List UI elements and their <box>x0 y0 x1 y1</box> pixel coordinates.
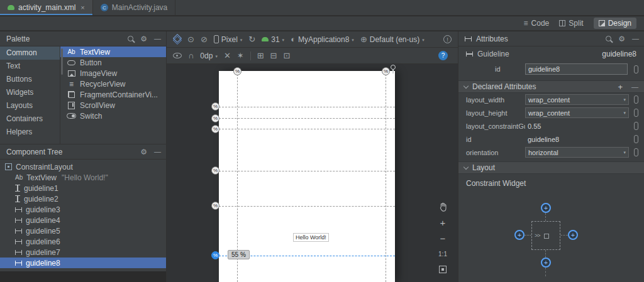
guideline-percent-anchor[interactable]: % <box>211 202 219 210</box>
autoconnect-magnet-icon[interactable]: ∩ <box>188 52 194 60</box>
palette-category-buttons[interactable]: Buttons <box>0 73 60 86</box>
design-mode-button[interactable]: Design <box>594 18 636 29</box>
clear-constraints-icon[interactable]: ✕ <box>224 52 231 60</box>
design-surface-icon[interactable]: ⊙ <box>187 35 194 43</box>
palette-category-helpers[interactable]: Helpers <box>0 126 60 139</box>
align-icon[interactable]: ⊟ <box>270 52 277 60</box>
palette-category-common[interactable]: Common <box>0 46 60 60</box>
scrollbar[interactable] <box>61 48 63 75</box>
palette-category-widgets[interactable]: Widgets <box>0 86 60 99</box>
constraint-anchor-left[interactable]: + <box>514 230 525 240</box>
zoom-to-fit-button[interactable] <box>436 264 449 275</box>
tab-activity-main-xml[interactable]: activity_main.xml × <box>0 0 93 15</box>
palette-item-scrollview[interactable]: ScrollView <box>60 100 166 111</box>
minimize-icon[interactable]: — <box>632 35 639 42</box>
palette-item-switch[interactable]: Switch <box>60 111 166 121</box>
remove-attribute-button[interactable]: — <box>631 84 638 90</box>
zoom-in-button[interactable]: + <box>436 217 449 228</box>
tree-item-guideline6[interactable]: guideline6 <box>0 236 166 247</box>
palette-category-containers[interactable]: Containers <box>0 112 60 126</box>
horizontal-guideline[interactable] <box>219 107 395 107</box>
search-icon[interactable] <box>606 36 611 41</box>
declared-attributes-section-header[interactable]: Declared Attributes + — <box>458 80 644 93</box>
search-icon[interactable] <box>128 36 133 41</box>
gear-icon[interactable]: ⚙ <box>140 35 147 43</box>
tree-item-guideline3[interactable]: guideline3 <box>0 204 166 215</box>
guideline-percent-anchor[interactable]: % <box>382 67 390 75</box>
guidelines-icon[interactable]: ⊡ <box>284 52 291 60</box>
constraint-anchor-right[interactable]: + <box>568 230 578 240</box>
guideline-percent-anchor[interactable]: % <box>211 114 219 122</box>
layers-icon[interactable] <box>173 35 181 43</box>
horizontal-guideline[interactable] <box>219 118 395 119</box>
vertical-guideline[interactable] <box>386 71 386 282</box>
add-attribute-button[interactable]: + <box>618 83 623 91</box>
palette-category-layouts[interactable]: Layouts <box>0 99 60 112</box>
resource-picker-icon[interactable] <box>634 95 638 104</box>
tree-item-guideline4[interactable]: guideline4 <box>0 215 166 225</box>
minimize-icon[interactable]: — <box>154 35 161 42</box>
gear-icon[interactable]: ⚙ <box>618 35 625 43</box>
constraint-anchor-bottom[interactable]: + <box>541 258 551 268</box>
constraint-anchor-top[interactable]: + <box>541 203 551 213</box>
gear-icon[interactable]: ⚙ <box>140 148 147 156</box>
resource-picker-icon[interactable] <box>634 65 638 73</box>
palette-item-recyclerview[interactable]: ≡ RecyclerView <box>60 79 166 89</box>
palette-category-text[interactable]: Text <box>0 60 60 73</box>
horizontal-guideline[interactable] <box>219 171 395 171</box>
resource-picker-icon[interactable] <box>634 135 638 143</box>
help-icon[interactable]: ? <box>438 51 448 60</box>
tree-item-textview[interactable]: Ab TextView "Hello World!" <box>0 172 166 183</box>
tree-item-guideline2[interactable]: guideline2 <box>0 193 166 204</box>
layout-width-dropdown[interactable]: wrap_content▾ <box>525 94 629 105</box>
theme-selector[interactable]: ◐ MyApplication8 ▾ <box>291 35 354 44</box>
palette-item-imageview[interactable]: ImageView <box>60 68 166 79</box>
horizontal-guideline[interactable] <box>219 206 395 207</box>
design-surface[interactable]: Hello World! % % % % % % % % 55 % + − 1:… <box>167 64 458 282</box>
tree-item-guideline1[interactable]: guideline1 <box>0 183 166 193</box>
device-selector[interactable]: Pixel ▾ <box>214 35 243 44</box>
layout-height-dropdown[interactable]: wrap_content▾ <box>525 107 629 118</box>
textview-hello-world[interactable]: Hello World! <box>293 233 329 242</box>
zoom-out-button[interactable]: − <box>436 232 449 244</box>
infer-constraints-icon[interactable]: ✶ <box>237 52 244 60</box>
class-icon: C <box>101 4 108 11</box>
guideline-percent-anchor[interactable]: % <box>211 125 219 133</box>
palette-item-button[interactable]: Button <box>60 57 166 68</box>
guideline-percent-anchor[interactable]: % <box>233 67 242 75</box>
palette-item-fragmentcontainerview[interactable]: FragmentContainerVi... <box>60 89 166 100</box>
resource-picker-icon[interactable] <box>634 122 638 130</box>
palette-item-textview[interactable]: Ab TextView <box>60 46 166 57</box>
layout-section-header[interactable]: Layout <box>458 161 644 174</box>
pin-icon[interactable] <box>391 65 396 70</box>
tree-item-constraintlayout[interactable]: ConstraintLayout <box>0 161 166 172</box>
pack-icon[interactable]: ⊞ <box>257 52 264 60</box>
guideline-percent-anchor[interactable]: % <box>211 102 219 111</box>
guideline-percent-anchor[interactable]: % <box>211 166 219 175</box>
selected-guideline-percent-anchor[interactable]: % <box>211 251 219 259</box>
default-margins-selector[interactable]: 0dp ▾ <box>200 52 218 60</box>
pan-hand-icon[interactable] <box>436 201 449 212</box>
minimize-icon[interactable]: — <box>154 148 161 155</box>
split-mode-button[interactable]: Split <box>559 19 583 28</box>
resource-picker-icon[interactable] <box>634 109 638 117</box>
tree-item-guideline7[interactable]: guideline7 <box>0 247 166 258</box>
constraint-guide-value[interactable]: 0.55 <box>525 121 629 131</box>
close-icon[interactable]: × <box>80 4 84 11</box>
view-options-icon[interactable] <box>173 53 182 58</box>
resource-picker-icon[interactable] <box>634 148 638 156</box>
zoom-ratio-button[interactable]: 1:1 <box>436 248 449 259</box>
tree-item-guideline8[interactable]: guideline8 <box>0 258 166 268</box>
night-mode-icon[interactable]: ⊘ <box>201 35 208 43</box>
code-mode-button[interactable]: ≡ Code <box>524 19 550 28</box>
id-value[interactable]: guideline8 <box>525 134 629 144</box>
orientation-icon[interactable]: ↻ <box>248 35 255 43</box>
api-level-selector[interactable]: 31 ▾ <box>262 35 284 44</box>
issues-icon[interactable]: ! <box>443 35 452 43</box>
id-input[interactable] <box>525 63 628 75</box>
orientation-dropdown[interactable]: horizontal▾ <box>525 147 629 158</box>
tree-item-guideline5[interactable]: guideline5 <box>0 225 166 236</box>
horizontal-guideline[interactable] <box>219 129 395 129</box>
tab-mainactivity-java[interactable]: C MainActivity.java <box>93 0 175 15</box>
locale-selector[interactable]: ⊕ Default (en-us) ▾ <box>360 35 425 44</box>
